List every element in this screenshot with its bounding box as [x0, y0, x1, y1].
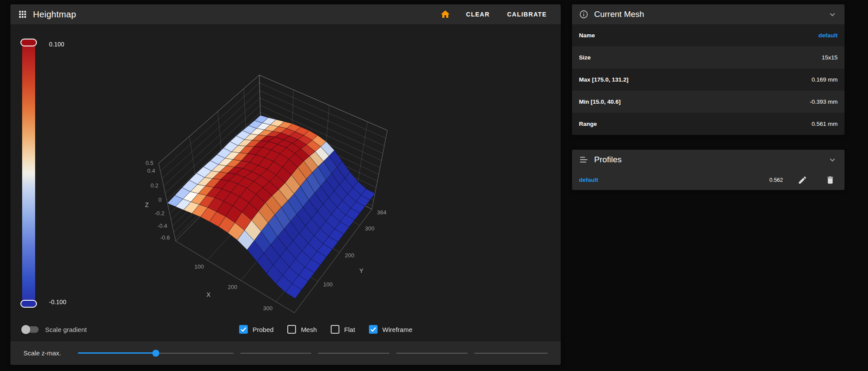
- mesh-row-min: Min [15.0, 40.6] -0.393 mm: [572, 91, 845, 113]
- gradient-min-label: -0.100: [49, 299, 66, 305]
- toggle-knob[interactable]: [21, 325, 30, 334]
- row-value: 0.169 mm: [812, 76, 838, 83]
- mesh-row-size: Size 15x15: [572, 46, 845, 69]
- heightmap-card: Heightmap CLEAR CALIBRATE 0.100 -0.100: [10, 4, 561, 365]
- checkbox-label: Wireframe: [382, 326, 412, 333]
- layers-icon: [579, 155, 589, 164]
- row-value: -0.393 mm: [809, 98, 838, 105]
- profiles-card: Profiles default 0.562: [572, 150, 845, 190]
- clear-button[interactable]: CLEAR: [460, 7, 496, 22]
- row-value: 0.561 mm: [812, 121, 838, 127]
- row-value: default: [819, 32, 838, 39]
- checkbox-box: [369, 325, 378, 334]
- trash-icon: [825, 175, 835, 185]
- slider-tick-gap: [311, 352, 318, 355]
- scale-gradient-label: Scale gradient: [45, 326, 87, 333]
- row-value: 15x15: [822, 54, 838, 61]
- wireframe-checkbox[interactable]: Wireframe: [369, 325, 412, 334]
- display-options-row: Scale gradient Probed Mesh Flat: [22, 322, 552, 336]
- chevron-down-icon[interactable]: [827, 9, 838, 20]
- chevron-down-icon[interactable]: [827, 154, 838, 165]
- checkbox-box: [287, 325, 296, 334]
- pencil-icon: [798, 175, 807, 185]
- checkbox-label: Mesh: [301, 326, 317, 333]
- profile-row: default 0.562: [572, 170, 845, 190]
- profiles-header[interactable]: Profiles: [572, 150, 845, 170]
- row-label: Size: [579, 54, 591, 61]
- gradient-max-label: 0.100: [49, 41, 64, 48]
- current-mesh-title: Current Mesh: [594, 10, 822, 19]
- mesh-checkbox[interactable]: Mesh: [287, 325, 317, 334]
- slider-fill: [78, 352, 156, 354]
- heightmap-plot-area: 0.100 -0.100 Scale gradient Probed Mesh: [10, 25, 561, 341]
- mesh-row-max: Max [175.0, 131.2] 0.169 mm: [572, 69, 845, 91]
- row-label: Range: [579, 121, 597, 127]
- home-icon: [440, 9, 450, 20]
- row-label: Min [15.0, 40.6]: [579, 98, 621, 105]
- checkbox-label: Flat: [344, 326, 355, 333]
- delete-profile-button[interactable]: [822, 174, 838, 187]
- flat-checkbox[interactable]: Flat: [331, 325, 355, 334]
- info-icon: [579, 10, 589, 19]
- heightmap-3d-plot[interactable]: [76, 25, 544, 328]
- checkbox-label: Probed: [253, 326, 273, 333]
- profile-name-link[interactable]: default: [579, 177, 758, 183]
- heightmap-page: Heightmap CLEAR CALIBRATE 0.100 -0.100: [0, 0, 868, 371]
- row-label: Name: [579, 32, 595, 39]
- gradient-min-handle[interactable]: [20, 300, 37, 308]
- slider-tick-gap: [233, 352, 240, 355]
- gradient-scale-bar[interactable]: [22, 40, 35, 306]
- plot-mode-checkboxes: Probed Mesh Flat Wireframe: [239, 325, 412, 334]
- slider-thumb[interactable]: [152, 350, 159, 357]
- gradient-scale: 0.100 -0.100: [22, 40, 87, 306]
- row-label: Max [175.0, 131.2]: [579, 76, 628, 83]
- gradient-max-handle[interactable]: [20, 39, 37, 46]
- slider-tick-gap: [389, 352, 396, 355]
- profile-value: 0.562: [769, 177, 783, 183]
- current-mesh-card: Current Mesh Name default Size 15x15 Max…: [572, 4, 845, 135]
- checkbox-box: [239, 325, 248, 334]
- side-panel: Current Mesh Name default Size 15x15 Max…: [572, 4, 845, 190]
- scale-zmax-slider[interactable]: [78, 346, 548, 360]
- profiles-title: Profiles: [594, 155, 822, 164]
- current-mesh-header[interactable]: Current Mesh: [572, 4, 845, 24]
- mesh-row-name: Name default: [572, 24, 845, 46]
- toggle-track[interactable]: [22, 326, 39, 333]
- scale-zmax-label: Scale z-max.: [23, 349, 76, 357]
- slider-tick-gap: [467, 352, 474, 355]
- move-to-home-button[interactable]: [436, 7, 455, 22]
- calibrate-button[interactable]: CALIBRATE: [501, 7, 553, 22]
- page-title: Heightmap: [33, 10, 76, 20]
- heightmap-toolbar: Heightmap CLEAR CALIBRATE: [10, 4, 561, 25]
- probed-checkbox[interactable]: Probed: [239, 325, 273, 334]
- checkbox-box: [331, 325, 339, 334]
- scale-zmax-bar: Scale z-max.: [10, 341, 561, 365]
- edit-profile-button[interactable]: [794, 174, 811, 187]
- grid-icon: [17, 9, 28, 20]
- mesh-row-range: Range 0.561 mm: [572, 113, 845, 135]
- scale-gradient-toggle[interactable]: Scale gradient: [22, 326, 87, 333]
